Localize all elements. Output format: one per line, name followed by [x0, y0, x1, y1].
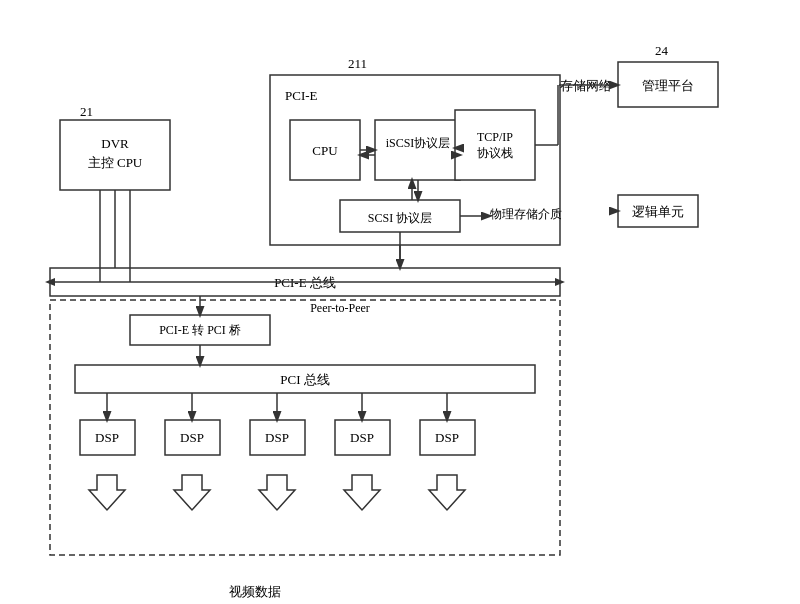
- label-dsp5: DSP: [435, 430, 459, 445]
- label-pcie: PCI-E: [285, 88, 318, 103]
- diagram-svg: 21 211 24 DVR 主控 CPU PCI-E CPU iSCSI协议层 …: [0, 0, 800, 604]
- label-logical-unit: 逻辑单元: [632, 204, 684, 219]
- diagram: 21 211 24 DVR 主控 CPU PCI-E CPU iSCSI协议层 …: [0, 0, 800, 604]
- label-p2p: Peer-to-Peer: [310, 301, 370, 315]
- label-dsp1: DSP: [95, 430, 119, 445]
- label-211: 211: [348, 56, 367, 71]
- label-pci-bus: PCI 总线: [280, 372, 329, 387]
- label-iscsi: iSCSI协议层: [386, 136, 451, 150]
- svg-rect-4: [455, 110, 535, 180]
- label-scsi: SCSI 协议层: [368, 211, 432, 225]
- label-dvr: DVR: [101, 136, 129, 151]
- label-video-data: 视频数据: [229, 584, 281, 599]
- label-24: 24: [655, 43, 669, 58]
- label-master-cpu: 主控 CPU: [88, 155, 143, 170]
- label-dsp4: DSP: [350, 430, 374, 445]
- label-mgmt: 管理平台: [642, 78, 694, 93]
- svg-rect-3: [375, 120, 460, 180]
- label-21: 21: [80, 104, 93, 119]
- label-tcpip-1: TCP/IP: [477, 130, 513, 144]
- label-phys-storage: 物理存储介质: [490, 207, 562, 221]
- label-dsp3: DSP: [265, 430, 289, 445]
- label-cpu: CPU: [312, 143, 338, 158]
- label-tcpip-2: 协议栈: [477, 146, 513, 160]
- label-dsp2: DSP: [180, 430, 204, 445]
- label-bridge: PCI-E 转 PCI 桥: [159, 323, 241, 337]
